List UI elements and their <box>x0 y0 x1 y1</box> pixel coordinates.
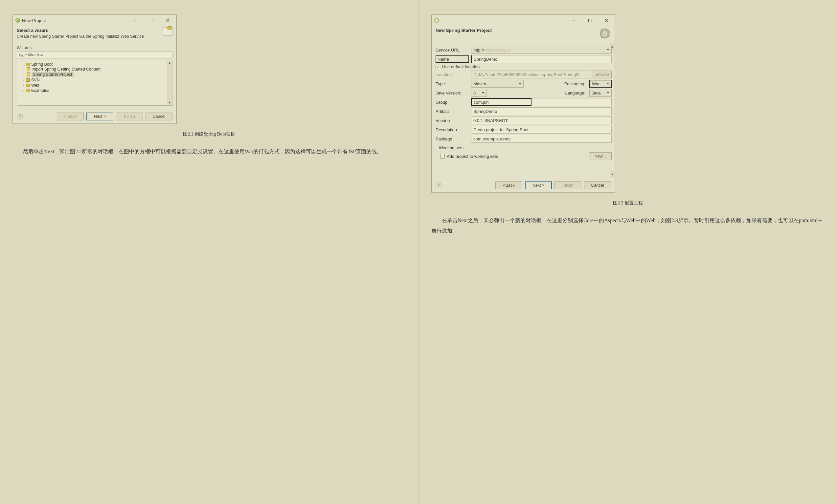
label-service-url: Service URL <box>435 48 471 53</box>
wizard-page-icon <box>163 27 173 36</box>
service-url-select[interactable]: http://start.spring.io <box>471 46 612 54</box>
value: Java <box>592 91 601 95</box>
folder-icon <box>26 63 30 66</box>
label-location: Location <box>435 72 471 77</box>
folder-icon <box>26 84 30 87</box>
checkbox-icon: ✓ <box>435 64 440 69</box>
finish-button[interactable]: Finish <box>554 182 582 189</box>
window-title: New Project <box>22 18 126 23</box>
scroll-down[interactable]: ▼ <box>610 171 615 178</box>
tree-label: Web <box>31 83 39 88</box>
tree-label: Import Spring Getting Started Content <box>32 67 101 72</box>
tree-item-web[interactable]: ›Web <box>22 83 172 88</box>
tree-item-spring-boot[interactable]: ⌄Spring Boot Import Spring Getting Start… <box>22 61 172 77</box>
paragraph: 在单击Next之后，又会弹出一个新的对话框，在这里分别选择Core中的Aspec… <box>431 215 824 236</box>
minimize-button[interactable]: ─ <box>128 16 142 25</box>
header-subtitle: Create new Spring Starter Project via th… <box>17 34 159 39</box>
label-artifact: Artifact <box>435 109 471 114</box>
add-working-sets-checkbox[interactable]: Add project to working sets <box>440 154 498 159</box>
body-text-right: 在单击Next之后，又会弹出一个新的对话框，在这里分别选择Core中的Aspec… <box>431 215 824 236</box>
paragraph: 然后单击Next，弹出图2.2所示的对话框，在图中的方框中可以根据需要自定义设置… <box>13 146 406 157</box>
tree-label-selected: Spring Starter Project <box>32 72 74 77</box>
checkbox-label: Use default location <box>442 64 480 69</box>
tree-label: Spring Boot <box>31 62 53 67</box>
description-input[interactable] <box>471 126 612 133</box>
checkbox-label: Add project to working sets <box>447 154 498 159</box>
tree-item-examples[interactable]: ›Examples <box>22 88 172 93</box>
label-packaging: Packaging: <box>564 81 585 86</box>
java-version-select[interactable]: 8 <box>471 89 487 97</box>
minimize-button[interactable]: ─ <box>566 16 581 25</box>
figure-caption-right: 图2.2 配置工程 <box>431 200 824 206</box>
page-right: ─ New Spring Starter Project ▲ <box>419 0 837 504</box>
type-select[interactable]: Maven <box>471 80 523 88</box>
file-icon <box>27 67 30 71</box>
svg-rect-3 <box>588 19 592 22</box>
wizards-label: Wizards: <box>17 45 173 50</box>
power-gear-icon <box>599 27 611 40</box>
filter-input[interactable] <box>17 51 173 58</box>
file-icon <box>27 73 30 76</box>
finish-button[interactable]: Finish <box>116 113 143 120</box>
package-input[interactable] <box>471 135 612 143</box>
group-input-rest[interactable] <box>532 98 612 106</box>
group-input[interactable] <box>471 98 532 106</box>
checkbox-icon <box>440 154 445 158</box>
dialog-header: New Spring Starter Project <box>432 26 615 43</box>
titlebar: ─ <box>432 15 615 26</box>
back-button[interactable]: < Back <box>495 182 522 189</box>
use-default-location-checkbox[interactable]: ✓ Use default location <box>435 64 612 69</box>
tree-label: Examples <box>31 88 49 93</box>
figure-caption-left: 图2.1 创建Spring Boot项目 <box>13 131 406 137</box>
back-button[interactable]: < Back <box>57 113 84 120</box>
version-input[interactable] <box>471 116 612 124</box>
label-version: Version <box>435 118 471 123</box>
maximize-button[interactable] <box>144 16 159 25</box>
close-button[interactable] <box>599 16 613 25</box>
label: New... <box>594 154 606 158</box>
form-area: ▲ Service URL http://start.spring.io Nam… <box>432 43 615 178</box>
label-name: Name <box>435 55 469 63</box>
new-working-set-button[interactable]: New... <box>589 152 612 160</box>
next-button[interactable]: Next > <box>86 113 113 120</box>
maximize-button[interactable] <box>583 16 597 25</box>
svg-rect-0 <box>150 19 153 22</box>
tree-label: SVN <box>31 78 40 82</box>
titlebar: New Project ─ <box>13 15 176 26</box>
artifact-input[interactable] <box>471 107 612 115</box>
cancel-button[interactable]: Cancel <box>584 182 611 189</box>
packaging-select[interactable]: War <box>589 80 612 88</box>
dialog-header: Select a wizard Create new Spring Starte… <box>13 26 176 42</box>
value: 8 <box>473 91 476 95</box>
label-language: Language: <box>565 91 585 95</box>
label-description: Description <box>435 127 471 132</box>
tree-item-import-content[interactable]: Import Spring Getting Started Content <box>27 67 172 72</box>
value: Maven <box>473 81 486 86</box>
cancel-button[interactable]: Cancel <box>145 113 173 120</box>
help-button[interactable]: ? <box>17 114 23 119</box>
label-working-sets: Working sets <box>435 144 612 151</box>
browse-button[interactable]: Browse <box>593 71 612 78</box>
next-button[interactable]: Next > <box>525 182 552 189</box>
name-input[interactable] <box>471 55 612 63</box>
language-select[interactable]: Java <box>589 89 612 97</box>
dialog-spring-starter: ─ New Spring Starter Project ▲ <box>431 15 615 193</box>
page-left: New Project ─ Select a wizard Create new… <box>0 0 418 504</box>
label-package: Package <box>435 136 471 142</box>
body-text-left: 然后单击Next，弹出图2.2所示的对话框，在图中的方框中可以根据需要自定义设置… <box>13 146 406 157</box>
value: War <box>592 81 600 86</box>
wizard-body: Wizards: ▲▼ ⌄Spring Boot Import Spring G… <box>13 42 176 109</box>
tree-item-svn[interactable]: ›SVN <box>22 77 172 83</box>
dialog-footer: ? < Back Next > Finish Cancel <box>432 178 615 193</box>
scrollbar[interactable]: ▲▼ <box>167 60 172 105</box>
wizard-tree[interactable]: ▲▼ ⌄Spring Boot Import Spring Getting St… <box>17 60 173 106</box>
header-title: New Spring Starter Project <box>435 28 595 33</box>
close-button[interactable] <box>161 16 175 25</box>
dialog-new-project: New Project ─ Select a wizard Create new… <box>13 15 177 124</box>
dialog-footer: ? < Back Next > Finish Cancel <box>13 109 176 124</box>
tree-item-starter-project[interactable]: Spring Starter Project <box>27 72 172 77</box>
label-type: Type: <box>435 81 471 86</box>
help-button[interactable]: ? <box>435 183 442 188</box>
label-group: Group <box>435 100 471 105</box>
folder-icon <box>26 78 30 82</box>
